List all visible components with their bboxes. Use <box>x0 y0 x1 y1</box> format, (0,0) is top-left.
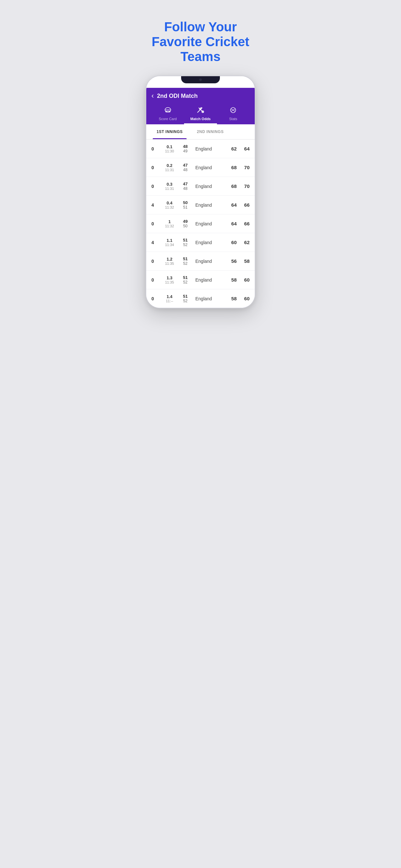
over-value: 0.2 <box>161 163 178 168</box>
over-value: 1 <box>161 219 178 224</box>
team-name: England <box>195 165 224 170</box>
odds-val1: 62 <box>224 146 237 151</box>
content-area: 1ST INNINGS 2ND INNINGS 0 0.1 11:30 48 4… <box>146 124 255 308</box>
innings-tab-2nd[interactable]: 2ND INNINGS <box>193 124 227 139</box>
score-pair: 47 48 <box>181 182 190 191</box>
odds-val2: 66 <box>237 202 250 208</box>
innings-tabs: 1ST INNINGS 2ND INNINGS <box>146 124 255 140</box>
score-bottom: 52 <box>181 243 190 247</box>
score-pair: 51 52 <box>181 294 190 303</box>
odds-val1: 68 <box>224 183 237 189</box>
time-value: 11:32 <box>161 224 178 228</box>
table-row: 0 0.2 11:31 47 48 England 68 70 <box>146 158 255 177</box>
odds-val1: 58 <box>224 277 237 283</box>
wicket-value: 0 <box>151 259 158 264</box>
over-time: 1.1 11:34 <box>161 238 178 247</box>
header-top: ‹ 2nd ODI Match <box>151 92 250 104</box>
time-value: 11:32 <box>161 206 178 209</box>
wicket-value: 0 <box>151 184 158 189</box>
over-value: 0.3 <box>161 182 178 187</box>
nav-tab-matchodds[interactable]: Match Odds <box>184 104 217 124</box>
score-bottom: 48 <box>181 186 190 191</box>
back-button[interactable]: ‹ <box>151 92 154 100</box>
table-row: 0 0.3 11:31 47 48 England 68 70 <box>146 177 255 196</box>
team-name: England <box>195 221 224 226</box>
table-row: 0 1.3 11:35 51 52 England 58 60 <box>146 271 255 289</box>
team-name: England <box>195 296 224 301</box>
score-top: 49 <box>181 219 190 224</box>
table-row: 0 1 11:32 49 50 England 64 66 <box>146 214 255 233</box>
odds-val2: 60 <box>237 296 250 301</box>
table-row: 0 0.1 11:30 48 49 England 62 64 <box>146 140 255 158</box>
over-value: 0.1 <box>161 144 178 149</box>
odds-val2: 58 <box>237 258 250 264</box>
score-top: 51 <box>181 275 190 280</box>
odds-val1: 64 <box>224 202 237 208</box>
page-wrapper: Follow Your Favorite Cricket Teams ‹ 2nd… <box>134 0 267 328</box>
score-pair: 51 52 <box>181 275 190 284</box>
over-time: 0.2 11:31 <box>161 163 178 172</box>
scorecard-icon <box>164 106 172 116</box>
team-name: England <box>195 203 224 208</box>
table-row: 0 1.4 11:-- 51 52 England 58 60 <box>146 289 255 308</box>
score-top: 47 <box>181 182 190 186</box>
odds-val2: 70 <box>237 183 250 189</box>
score-bottom: 50 <box>181 224 190 228</box>
score-pair: 51 52 <box>181 256 190 266</box>
team-name: England <box>195 240 224 245</box>
odds-val1: 68 <box>224 165 237 170</box>
time-value: 11:-- <box>161 299 178 303</box>
odds-table: 0 0.1 11:30 48 49 England 62 64 0 0.2 11… <box>146 140 255 308</box>
innings-tab-1st[interactable]: 1ST INNINGS <box>153 124 187 139</box>
table-row: 4 0.4 11:32 50 51 England 64 66 <box>146 196 255 214</box>
phone-notch <box>181 76 220 83</box>
time-value: 11:35 <box>161 280 178 284</box>
score-bottom: 48 <box>181 167 190 172</box>
wicket-value: 0 <box>151 146 158 151</box>
scorecard-label: Score Card <box>159 117 177 121</box>
odds-val2: 64 <box>237 146 250 151</box>
over-time: 1.4 11:-- <box>161 294 178 303</box>
time-value: 11:34 <box>161 243 178 247</box>
wicket-value: 4 <box>151 203 158 208</box>
wicket-value: 0 <box>151 221 158 226</box>
odds-val2: 70 <box>237 165 250 170</box>
team-name: England <box>195 184 224 189</box>
app-header: ‹ 2nd ODI Match Score Card <box>146 88 255 124</box>
wicket-value: 0 <box>151 277 158 283</box>
score-pair: 49 50 <box>181 219 190 228</box>
score-pair: 51 52 <box>181 238 190 247</box>
score-pair: 50 51 <box>181 200 190 210</box>
score-bottom: 52 <box>181 299 190 303</box>
score-top: 51 <box>181 238 190 243</box>
time-value: 11:31 <box>161 187 178 190</box>
team-name: England <box>195 277 224 283</box>
score-pair: 48 49 <box>181 144 190 153</box>
odds-val1: 64 <box>224 221 237 226</box>
team-name: England <box>195 259 224 264</box>
nav-tab-stats[interactable]: Stats <box>217 104 250 124</box>
score-top: 47 <box>181 163 190 167</box>
score-bottom: 52 <box>181 280 190 284</box>
table-row: 0 1.2 11:35 51 52 England 56 58 <box>146 252 255 271</box>
over-value: 1.3 <box>161 275 178 280</box>
odds-val2: 60 <box>237 277 250 283</box>
odds-val1: 58 <box>224 296 237 301</box>
odds-val2: 66 <box>237 221 250 226</box>
team-name: England <box>195 146 224 151</box>
over-time: 0.1 11:30 <box>161 144 178 153</box>
over-time: 1.3 11:35 <box>161 275 178 284</box>
nav-tab-scorecard[interactable]: Score Card <box>151 104 184 124</box>
over-value: 1.1 <box>161 238 178 243</box>
score-bottom: 52 <box>181 261 190 266</box>
wicket-value: 0 <box>151 296 158 301</box>
score-top: 50 <box>181 200 190 205</box>
time-value: 11:30 <box>161 149 178 153</box>
over-value: 0.4 <box>161 200 178 206</box>
phone-mockup: ‹ 2nd ODI Match Score Card <box>146 75 255 308</box>
over-value: 1.4 <box>161 294 178 299</box>
matchodds-label: Match Odds <box>190 117 211 121</box>
time-value: 11:35 <box>161 261 178 266</box>
score-top: 51 <box>181 256 190 261</box>
time-value: 11:31 <box>161 168 178 172</box>
